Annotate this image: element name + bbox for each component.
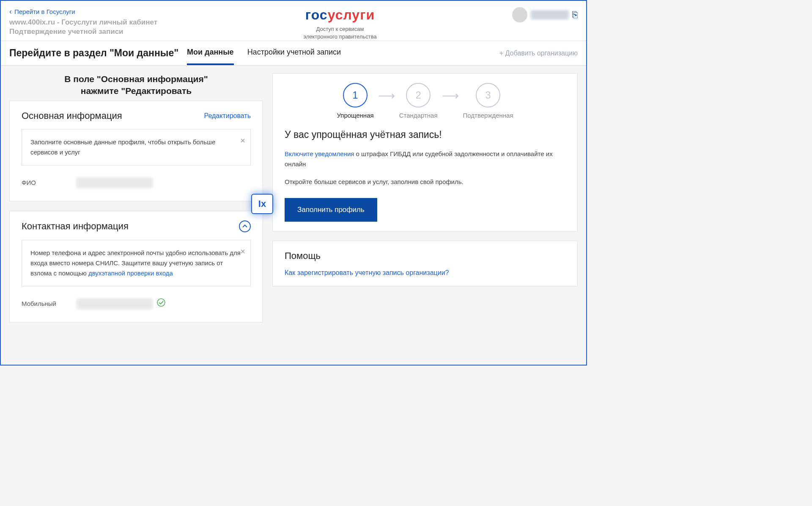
account-status-card: 1 Упрощенная ⟶ 2 Стандартная ⟶ 3 Подтвер…: [272, 73, 578, 231]
back-to-gosuslugi-link[interactable]: ‹ Перейти в Госуслуги: [9, 7, 75, 16]
more-services-text: Откройте больше сервисов и услуг, заполн…: [285, 177, 565, 187]
mobile-value: [77, 298, 153, 309]
notifications-text: Включите уведомления о штрафах ГИБДД или…: [285, 149, 565, 169]
two-factor-link[interactable]: двухэтапной проверки входа: [88, 270, 173, 277]
arrow-right-icon: ⟶: [378, 89, 395, 103]
main-info-hint: × Заполните основные данные профиля, что…: [22, 129, 251, 165]
instruction-step1: Перейдите в раздел "Мои данные": [9, 47, 187, 59]
contact-info-title: Контактная информация: [22, 221, 129, 232]
collapse-icon[interactable]: [239, 220, 251, 232]
watermark: www.400ix.ru - Госуслуги личный кабинет …: [9, 18, 187, 36]
step-1: 1 Упрощенная: [337, 83, 373, 119]
help-card: Помощь Как зарегистрировать учетную запи…: [272, 241, 578, 286]
logo-subtitle: Доступ к сервисам электронного правитель…: [187, 25, 493, 41]
arrow-right-icon: ⟶: [442, 89, 459, 103]
help-link-org-register[interactable]: Как зарегистрировать учетную запись орга…: [285, 269, 449, 276]
fio-value: [77, 177, 153, 188]
logo: госуслуги: [187, 7, 493, 23]
close-icon[interactable]: ×: [240, 134, 245, 147]
ix-badge: Ix: [251, 194, 273, 214]
mobile-field: Мобильный: [22, 295, 251, 313]
account-steps: 1 Упрощенная ⟶ 2 Стандартная ⟶ 3 Подтвер…: [285, 83, 565, 119]
username[interactable]: [531, 10, 569, 19]
add-organization-link[interactable]: + Добавить организацию: [499, 50, 578, 57]
account-status-title: У вас упрощённая учётная запись!: [285, 129, 565, 140]
tab-account-settings[interactable]: Настройки учетной записи: [247, 41, 341, 65]
back-link-label: Перейти в Госуслуги: [14, 8, 75, 15]
step-2: 2 Стандартная: [399, 83, 438, 119]
contact-info-hint: × Номер телефона и адрес электронной поч…: [22, 240, 251, 286]
main-info-title: Основная информация: [22, 110, 122, 121]
fio-label: ФИО: [22, 179, 77, 186]
close-icon[interactable]: ×: [240, 245, 245, 258]
fill-profile-button[interactable]: Заполнить профиль: [285, 198, 377, 222]
exit-icon[interactable]: ⎘: [572, 9, 578, 20]
check-ok-icon: [157, 298, 165, 309]
main-info-card: Основная информация Редактировать × Запо…: [9, 101, 263, 201]
fio-field: ФИО: [22, 174, 251, 192]
contact-info-card: Контактная информация × Номер телефона и…: [9, 211, 263, 322]
enable-notifications-link[interactable]: Включите уведомления: [285, 150, 354, 157]
help-title: Помощь: [285, 250, 565, 261]
tab-my-data[interactable]: Мои данные: [187, 41, 234, 65]
svg-point-0: [157, 299, 165, 306]
chevron-left-icon: ‹: [9, 7, 12, 16]
avatar[interactable]: [512, 7, 527, 22]
mobile-label: Мобильный: [22, 300, 77, 307]
instruction-step2: В поле "Основная информация" нажмите "Ре…: [9, 73, 263, 96]
step-3: 3 Подтвержденная: [463, 83, 513, 119]
edit-main-info-link[interactable]: Редактировать: [204, 112, 251, 120]
